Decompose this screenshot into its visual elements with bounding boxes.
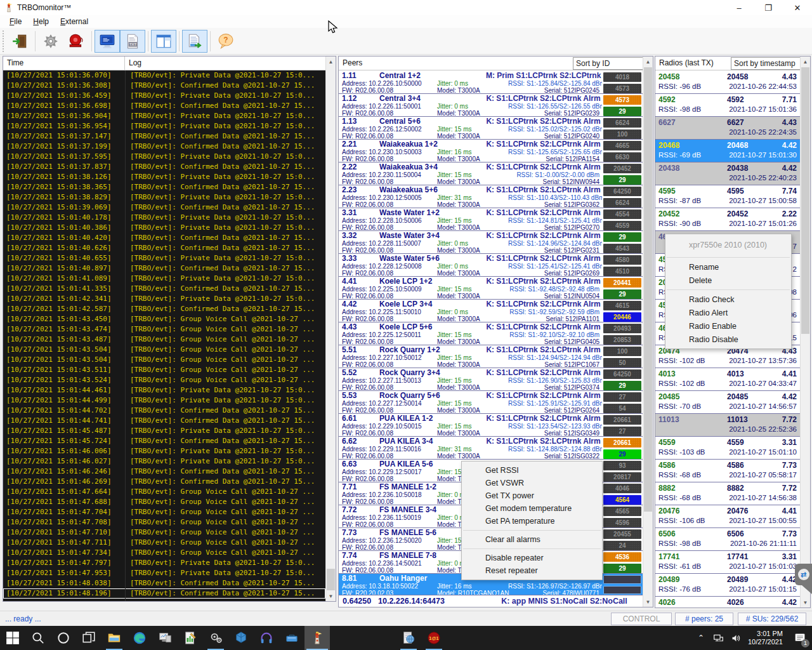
taskbar-clock[interactable]: 3:01 PM 10/27/2021 [748, 630, 783, 646]
radio-row[interactable]: 459545957.74RSSI: -87 dB2021-10-27 15:00… [655, 185, 800, 208]
log-row[interactable]: [10/27/2021 15:01:43.524][TRBO/evt]: Gro… [3, 375, 325, 385]
log-scroll-thumb[interactable] [327, 569, 335, 590]
log-row[interactable]: [10/27/2021 15:01:37.837][TRBO/evt]: Con… [3, 162, 325, 172]
toolbar-drag-handle[interactable] [2, 30, 5, 52]
scroll-down-icon[interactable]: ▼ [801, 597, 810, 607]
exit-button[interactable] [7, 30, 32, 53]
log-row[interactable]: [10/27/2021 15:01:44.741][TRBO/evt]: Con… [3, 416, 325, 426]
radio-row[interactable]: 402640264.42 [655, 597, 800, 607]
monitor-view-button[interactable] [95, 30, 120, 53]
log-viewer-button[interactable] [396, 626, 421, 650]
peer-row[interactable]: 5.53Rock Quarry 5+6K: S1:LCPtrnk S2:LCPt… [339, 391, 643, 414]
menu-item-clear-all-alarms[interactable]: Clear all alarms [462, 533, 602, 546]
notification-center-button[interactable]: 1 [788, 626, 812, 650]
radio-row[interactable]: 455945593.31RSSI: -103 dB2021-10-27 15:0… [655, 437, 800, 460]
peer-row[interactable]: 2.22Waiakeakua 3+4K: S1:LCPtrnk S2:LCPtr… [339, 162, 643, 185]
scroll-down-icon[interactable]: ▼ [643, 597, 653, 607]
radio-row[interactable]: 650665067.73RSSI: -98 dB2021-10-26 21:11… [655, 528, 800, 551]
menu-item-get-rssi[interactable]: Get RSSI [462, 464, 602, 477]
peer-row[interactable]: 3.31Waste Water 1+2K: S1:LCPtrnk S2:LCPt… [339, 208, 643, 231]
menu-item-reset-repeater[interactable]: Reset repeater [462, 564, 602, 577]
log-row[interactable]: [10/27/2021 15:01:42.587][TRBO/evt]: Con… [3, 304, 325, 314]
log-row[interactable]: [10/27/2021 15:01:43.474][TRBO/evt]: Gro… [3, 324, 325, 335]
log-row[interactable]: [10/27/2021 15:01:45.487][TRBO/evt]: Pri… [3, 426, 325, 436]
log-row[interactable]: [10/27/2021 15:01:41.335][TRBO/evt]: Con… [3, 284, 325, 294]
radio-row[interactable]: 458645867.73RSSI: -68 dB2021-10-27 05:58… [655, 460, 800, 482]
log-row[interactable]: [10/27/2021 15:01:39.069][TRBO/evt]: Con… [3, 202, 325, 213]
log-row[interactable]: [10/27/2021 15:01:43.504][TRBO/evt]: Gro… [3, 355, 325, 365]
radio-row[interactable]: 459245927.71RSSI: -98 dB2021-10-27 15:01… [655, 94, 800, 117]
radio-row[interactable]: 401340134.41RSSI: -102 dB2021-10-27 04:3… [655, 368, 800, 391]
close-button[interactable]: ✕ [783, 0, 812, 15]
menu-item-get-pa-temperature[interactable]: Get PA temperature [462, 515, 602, 527]
log-row[interactable]: [10/27/2021 15:01:37.199][TRBO/evt]: Con… [3, 142, 325, 152]
log-scrollbar[interactable]: ▲ ▼ [325, 56, 336, 601]
radio-row[interactable]: 662766274.432021-10-25 22:24:35 [655, 117, 800, 140]
scroll-up-icon[interactable]: ▲ [643, 56, 653, 67]
log-row[interactable]: [10/27/2021 15:01:43.511][TRBO/evt]: Gro… [3, 365, 325, 375]
edge-button[interactable] [127, 626, 152, 650]
log-row[interactable]: [10/27/2021 15:01:46.246][TRBO/evt]: Con… [3, 467, 325, 477]
log-row[interactable]: [10/27/2021 15:01:46.269][TRBO/evt]: Con… [3, 477, 325, 487]
peer-row[interactable]: 5.52Rock Quarry 3+4K: S1:LCPtrnk S2:LCPt… [339, 368, 643, 391]
log-row[interactable]: [10/27/2021 15:01:38.365][TRBO/evt]: Con… [3, 182, 325, 192]
peer-row[interactable]: 1.11Central 1+2M: Prim S1:LCPtrnk S2:LCP… [339, 71, 643, 94]
scroll-up-icon[interactable]: ▲ [801, 56, 810, 67]
peer-row[interactable]: 4.43Koele LCP 5+6K: S1:LCPtrnk S2:LCPtrn… [339, 322, 643, 345]
log-row[interactable]: [10/27/2021 15:01:47.704][TRBO/evt]: Gro… [3, 507, 325, 517]
headset-app-button[interactable] [254, 626, 279, 650]
log-row[interactable]: [10/27/2021 15:01:47.797][TRBO/evt]: Pri… [3, 558, 325, 568]
radio-row[interactable]: 888288827.72RSSI: -68 dB2021-10-27 14:56… [655, 482, 800, 505]
log-row[interactable]: [10/27/2021 15:01:37.595][TRBO/evt]: Pri… [3, 152, 325, 162]
log-row[interactable]: [10/27/2021 15:01:48.038][TRBO/evt]: Con… [3, 578, 325, 588]
log-row[interactable]: [10/27/2021 15:01:38.829][TRBO/evt]: Pri… [3, 192, 325, 202]
trbomonitor-button[interactable] [304, 626, 330, 650]
log-column-time[interactable]: Time [3, 56, 125, 70]
report-app-button[interactable] [178, 626, 203, 650]
toolbox-app-button[interactable] [279, 626, 304, 650]
peer-row[interactable]: 1.12Central 3+4K: S1:LCPtrnk S2:LCPtrnk … [339, 94, 643, 117]
radio-row[interactable]: 20489204894.42RSSI: -76 dB2021-10-27 15:… [655, 574, 800, 597]
peer-row[interactable]: 2.21Waiakeakua 1+2K: S1:LCPtrnk S2:LCPtr… [339, 140, 643, 162]
cortana-button[interactable] [51, 626, 76, 650]
radio-row[interactable]: 20485204854.42RSSI: -70 dB2021-10-27 14:… [655, 391, 800, 414]
log-row[interactable]: [10/27/2021 15:01:43.504][TRBO/evt]: Gro… [3, 345, 325, 355]
peers-sort-dropdown[interactable]: Sort by ID ⌄ [573, 57, 652, 70]
mnis-peer-row[interactable]: 0.64250 10.2.226.14:64473 K: app MNIS S1… [339, 595, 643, 607]
log-row[interactable]: [10/27/2021 15:01:44.499][TRBO/evt]: Pri… [3, 395, 325, 406]
menu-item-rename[interactable]: Rename [665, 260, 791, 274]
log-row[interactable]: [10/27/2021 15:01:47.664][TRBO/evt]: Gro… [3, 487, 325, 497]
log-row[interactable]: [10/27/2021 15:01:47.953][TRBO/evt]: Pri… [3, 568, 325, 578]
log-row[interactable]: [10/27/2021 15:01:40.178][TRBO/evt]: Pri… [3, 213, 325, 223]
radio-row[interactable]: 17741177413.31RSSI: -61 dB2021-10-27 15:… [655, 551, 800, 574]
menu-external[interactable]: External [55, 16, 94, 27]
scroll-down-icon[interactable]: ▼ [326, 591, 336, 601]
peer-row[interactable]: 6.61PUA KILEA 1-2K: S1:LCPtrnk S2:LCPtrn… [339, 414, 643, 437]
network-icon[interactable] [710, 633, 728, 644]
log-row[interactable]: [10/27/2021 15:01:41.089][TRBO/evt]: Pri… [3, 274, 325, 284]
log-row[interactable]: [10/27/2021 15:01:40.386][TRBO/evt]: Pri… [3, 223, 325, 233]
menu-item-get-vswr[interactable]: Get VSWR [462, 477, 602, 489]
radios-sort-dropdown[interactable]: Sort by timestamp ⌄ [731, 57, 809, 70]
split-panels-button[interactable] [151, 30, 176, 53]
log-row[interactable]: [10/27/2021 15:01:36.954][TRBO/evt]: Pri… [3, 121, 325, 131]
radio-row[interactable]: 20468204684.42RSSI: -69 dB2021-10-27 15:… [655, 140, 800, 162]
log-row[interactable]: [10/27/2021 15:01:45.724][TRBO/evt]: Con… [3, 436, 325, 446]
mail-app-button[interactable]: 1@1 [421, 626, 447, 650]
menu-item-radio-check[interactable]: Radio Check [665, 293, 791, 306]
menu-file[interactable]: File [4, 16, 27, 27]
log-row[interactable]: [10/27/2021 15:01:42.341][TRBO/evt]: Pri… [3, 294, 325, 304]
peer-row[interactable]: 4.41Koele LCP 1+2K: S1:LCPtrnk S2:LCPtrn… [339, 277, 643, 300]
log-row[interactable]: [10/27/2021 15:01:36.698][TRBO/evt]: Con… [3, 101, 325, 111]
log-row[interactable]: [10/27/2021 15:01:43.487][TRBO/evt]: Gro… [3, 335, 325, 345]
radios-scrollbar[interactable]: ▲ ▼ [800, 56, 810, 607]
menu-item-disable-repeater[interactable]: Disable repeater [462, 552, 602, 564]
log-row[interactable]: [10/27/2021 15:01:47.710][TRBO/evt]: Gro… [3, 527, 325, 538]
menu-help[interactable]: Help [27, 16, 55, 27]
log-row[interactable]: [10/27/2021 15:01:38.126][TRBO/evt]: Pri… [3, 172, 325, 182]
log-row[interactable]: [10/27/2021 15:01:44.461][TRBO/evt]: Pri… [3, 385, 325, 395]
volume-icon[interactable] [728, 633, 745, 644]
restore-button[interactable]: ❐ [754, 0, 783, 15]
alarm-button[interactable] [63, 30, 89, 53]
peers-scroll-thumb[interactable] [644, 67, 652, 512]
